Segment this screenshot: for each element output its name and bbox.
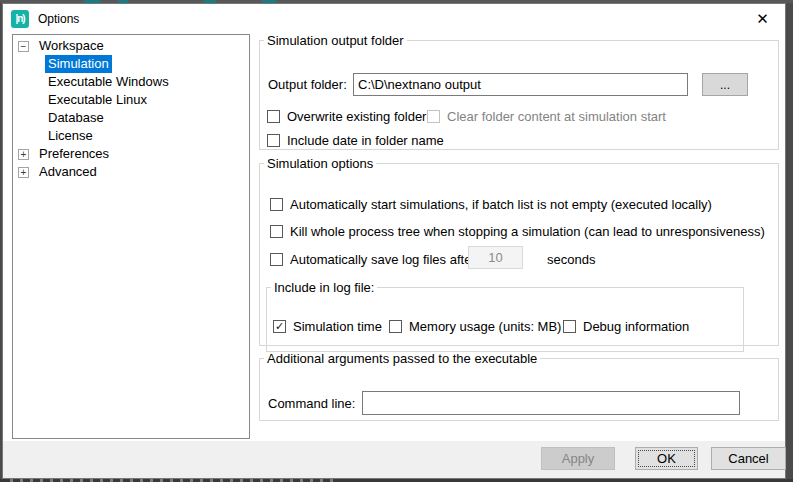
output-folder-input[interactable] (353, 73, 688, 96)
checkbox-icon (427, 110, 440, 123)
settings-tree: − Workspace Simulation Executable Window… (12, 34, 250, 439)
tree-item-label[interactable]: Executable Windows (45, 73, 172, 91)
ok-button[interactable]: OK (635, 447, 698, 470)
tree-item-executable-linux[interactable]: Executable Linux (13, 91, 249, 109)
titlebar[interactable]: |n) Options ✕ (3, 4, 785, 33)
checkbox-icon[interactable] (270, 253, 283, 266)
tree-item-license[interactable]: License (13, 127, 249, 145)
tree-item-label[interactable]: Advanced (36, 163, 100, 181)
group-title: Simulation options (264, 156, 376, 171)
simulation-time-checkbox[interactable]: ✓ Simulation time (273, 319, 382, 334)
kill-process-tree-checkbox[interactable]: Kill whole process tree when stopping a … (270, 224, 765, 239)
checkbox-icon[interactable] (563, 320, 576, 333)
simulation-options-group: Simulation options Automatically start s… (259, 156, 779, 346)
group-title: Simulation output folder (264, 33, 407, 48)
checkbox-label[interactable]: Include date in folder name (287, 133, 444, 148)
expand-icon[interactable]: + (18, 149, 29, 160)
auto-start-simulations-checkbox[interactable]: Automatically start simulations, if batc… (270, 197, 712, 212)
tree-item-label[interactable]: Executable Linux (45, 91, 150, 109)
auto-save-log-checkbox[interactable]: Automatically save log files after (270, 252, 476, 267)
apply-button-label: Apply (562, 451, 595, 466)
tree-item-label[interactable]: Workspace (36, 37, 107, 55)
cancel-button-label: Cancel (728, 451, 768, 466)
checkbox-label[interactable]: Automatically start simulations, if batc… (290, 197, 712, 212)
browse-button[interactable]: ... (702, 73, 748, 96)
checkbox-icon[interactable] (389, 320, 402, 333)
ellipsis-icon: ... (720, 78, 730, 92)
tree-item-database[interactable]: Database (13, 109, 249, 127)
nextnano-logo-icon: |n) (11, 10, 29, 28)
checkbox-icon[interactable] (270, 225, 283, 238)
checkbox-label[interactable]: Overwrite existing folder (287, 109, 426, 124)
include-in-log-file-group: Include in log file: ✓ Simulation time M… (266, 280, 744, 352)
group-title: Additional arguments passed to the execu… (264, 351, 540, 366)
memory-usage-checkbox[interactable]: Memory usage (units: MB) (389, 319, 561, 334)
checkbox-label[interactable]: Debug information (583, 319, 689, 334)
window-title: Options (38, 12, 79, 26)
debug-information-checkbox[interactable]: Debug information (563, 319, 689, 334)
options-dialog: |n) Options ✕ − Workspace Simulation Exe… (2, 3, 786, 479)
expand-icon[interactable]: + (18, 167, 29, 178)
dialog-footer: Apply OK Cancel (3, 441, 785, 478)
auto-save-seconds-input (468, 246, 523, 269)
close-button[interactable]: ✕ (740, 4, 785, 33)
command-line-input[interactable] (362, 391, 740, 415)
checkbox-label[interactable]: Simulation time (293, 319, 382, 334)
simulation-output-folder-group: Simulation output folder Output folder: … (259, 33, 779, 150)
close-icon: ✕ (756, 10, 769, 28)
checkbox-icon[interactable] (267, 134, 280, 147)
checkbox-label: Clear folder content at simulation start (447, 109, 666, 124)
checkbox-label[interactable]: Automatically save log files after (290, 252, 476, 267)
cancel-button[interactable]: Cancel (711, 447, 786, 470)
include-date-checkbox[interactable]: Include date in folder name (267, 133, 444, 148)
additional-arguments-group: Additional arguments passed to the execu… (259, 351, 779, 421)
checkmark-icon[interactable]: ✓ (273, 320, 286, 333)
command-line-label: Command line: (268, 396, 355, 411)
tree-item-label[interactable]: License (45, 127, 96, 145)
tree-item-executable-windows[interactable]: Executable Windows (13, 73, 249, 91)
group-title: Include in log file: (271, 280, 377, 295)
checkbox-label[interactable]: Kill whole process tree when stopping a … (290, 224, 765, 239)
apply-button: Apply (541, 447, 615, 470)
tree-item-advanced[interactable]: + Advanced (13, 163, 249, 181)
tree-item-label[interactable]: Preferences (36, 145, 112, 163)
tree-item-label[interactable]: Database (45, 109, 107, 127)
tree-item-preferences[interactable]: + Preferences (13, 145, 249, 163)
collapse-icon[interactable]: − (18, 41, 29, 52)
clear-folder-content-checkbox: Clear folder content at simulation start (427, 109, 666, 124)
checkbox-icon[interactable] (270, 198, 283, 211)
tree-item-simulation[interactable]: Simulation (13, 55, 249, 73)
ok-button-label: OK (657, 451, 676, 466)
overwrite-existing-folder-checkbox[interactable]: Overwrite existing folder (267, 109, 426, 124)
checkbox-icon[interactable] (267, 110, 280, 123)
tree-item-label-selected[interactable]: Simulation (45, 55, 112, 73)
output-folder-label: Output folder: (268, 77, 347, 92)
tree-item-workspace[interactable]: − Workspace (13, 37, 249, 55)
checkbox-label[interactable]: Memory usage (units: MB) (409, 319, 561, 334)
seconds-label: seconds (547, 252, 595, 267)
